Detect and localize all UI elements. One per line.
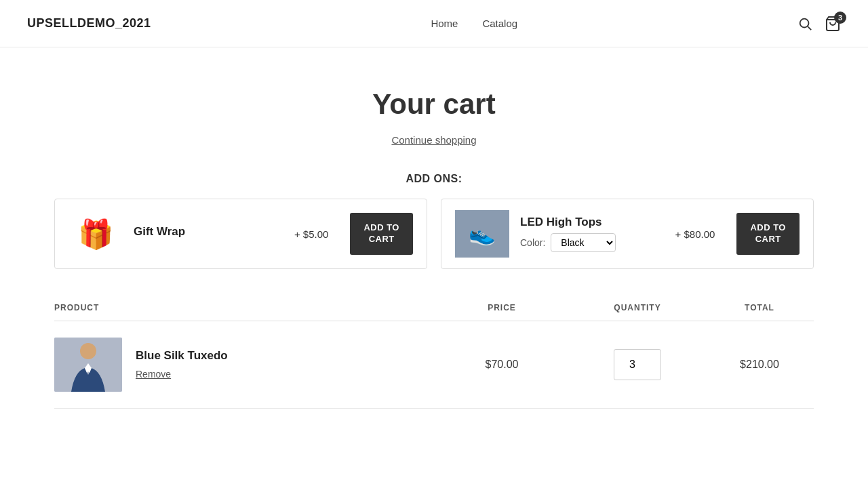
continue-shopping-link[interactable]: Continue shopping — [54, 134, 814, 146]
addon-info-led-high-tops: LED High Tops Color: Black White Red Blu… — [520, 216, 654, 252]
nav-home[interactable]: Home — [431, 18, 458, 29]
svg-line-1 — [808, 26, 811, 30]
product-image — [54, 338, 122, 392]
cart-table: PRODUCT PRICE QUANTITY TOTAL Blue Silk T — [54, 303, 814, 409]
main-nav: Home Catalog — [431, 18, 517, 29]
tuxedo-illustration — [54, 338, 122, 392]
cart-table-header: PRODUCT PRICE QUANTITY TOTAL — [54, 303, 814, 321]
cart-badge: 3 — [834, 12, 846, 24]
col-total: TOTAL — [705, 303, 814, 312]
svg-point-6 — [80, 343, 96, 359]
addon-price-gift-wrap: + $5.00 — [294, 228, 328, 240]
addon-name-gift-wrap: Gift Wrap — [134, 225, 273, 239]
quantity-input[interactable] — [614, 349, 661, 380]
addon-card-led-high-tops: 👟 LED High Tops Color: Black White Red B… — [441, 199, 814, 269]
add-to-cart-led-high-tops[interactable]: ADD TO CART — [736, 213, 800, 255]
header-icons: 3 — [797, 16, 841, 32]
cart-button[interactable]: 3 — [825, 16, 841, 32]
cart-item-price: $70.00 — [434, 359, 570, 371]
cart-product-info: Blue Silk Tuxedo Remove — [54, 338, 434, 392]
addons-label: ADD ONS: — [54, 173, 814, 185]
page-title: Your cart — [54, 88, 814, 121]
cart-item-quantity — [570, 349, 705, 380]
addon-price-led-high-tops: + $80.00 — [675, 228, 715, 240]
col-product: PRODUCT — [54, 303, 434, 312]
brand-logo: UPSELLDEMO_2021 — [27, 16, 151, 30]
shoe-illustration: 👟 — [455, 210, 509, 258]
addon-color-row: Color: Black White Red Blue — [520, 233, 654, 252]
table-row: Blue Silk Tuxedo Remove $70.00 $210.00 — [54, 321, 814, 409]
col-price: PRICE — [434, 303, 570, 312]
product-name: Blue Silk Tuxedo — [136, 349, 228, 363]
product-details: Blue Silk Tuxedo Remove — [136, 349, 228, 380]
color-label: Color: — [520, 237, 545, 248]
remove-button[interactable]: Remove — [136, 369, 171, 380]
search-button[interactable] — [797, 16, 812, 31]
addon-name-led-high-tops: LED High Tops — [520, 216, 654, 229]
col-quantity: QUANTITY — [570, 303, 705, 312]
addon-card-gift-wrap: 🎁 Gift Wrap + $5.00 ADD TO CART — [54, 199, 427, 269]
search-icon — [797, 16, 812, 31]
addons-grid: 🎁 Gift Wrap + $5.00 ADD TO CART 👟 LED Hi… — [54, 199, 814, 269]
add-to-cart-gift-wrap[interactable]: ADD TO CART — [350, 213, 413, 255]
cart-item-total: $210.00 — [705, 359, 814, 371]
addon-image-gift-wrap: 🎁 — [68, 210, 123, 258]
color-select[interactable]: Black White Red Blue — [551, 233, 616, 252]
addon-image-led-high-tops: 👟 — [455, 210, 509, 258]
svg-point-0 — [800, 18, 809, 27]
nav-catalog[interactable]: Catalog — [482, 18, 517, 29]
addon-info-gift-wrap: Gift Wrap — [134, 225, 273, 243]
svg-text:👟: 👟 — [469, 221, 496, 247]
